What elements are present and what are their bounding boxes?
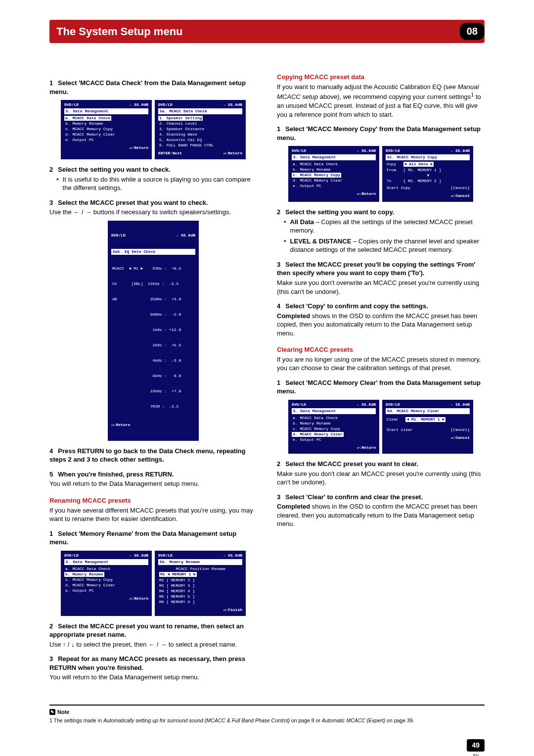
- chapter-badge: 08: [460, 23, 485, 40]
- clear-heading: Clearing MCACC presets: [277, 345, 485, 354]
- osd-data-mgmt: DVD/LD- 55.0dB 5. Data Management a. MCA…: [61, 100, 152, 159]
- osd-clear-a: DVD/LD- 55.0dB 5. Data Management a. MCA…: [288, 400, 379, 454]
- copy-step-2: 2Select the setting you want to copy.: [277, 208, 485, 217]
- step-1: 1Select 'MCACC Data Check' from the Data…: [49, 79, 257, 96]
- step-4: 4Press RETURN to go back to the Data Che…: [49, 447, 257, 464]
- note-icon: ✎: [49, 709, 55, 715]
- right-column: Copying MCACC preset data If you want to…: [277, 73, 485, 685]
- bullet: It is useful to do this while a source i…: [56, 175, 257, 192]
- body-text: Use ↑ / ↓ to select the preset, then ← /…: [49, 640, 257, 649]
- osd-copy-b: DVD/LD- 55.0dB 5c. MCACC Memory Copy Cop…: [382, 146, 473, 202]
- body-text: If you are no longer using one of the MC…: [277, 355, 485, 373]
- copy-heading: Copying MCACC preset data: [277, 73, 485, 82]
- osd-clear-b: DVD/LD- 55.0dB 5d. MCACC Memory Clear Cl…: [382, 400, 473, 454]
- osd-pair-copy: DVD/LD- 55.0dB 5. Data Management a. MCA…: [277, 146, 485, 202]
- step-5: 5When you're finished, press RETURN.: [49, 470, 257, 479]
- body-text: Completed shows in the OSD to confirm th…: [277, 502, 485, 528]
- copy-step-3: 3Select the MCACC preset you'll be copyi…: [277, 260, 485, 278]
- osd-pair-1: DVD/LD- 55.0dB 5. Data Management a. MCA…: [49, 100, 257, 159]
- osd-copy-a: DVD/LD- 55.0dB 5. Data Management a. MCA…: [288, 146, 379, 202]
- body-text: If you want to manually adjust the Acous…: [277, 83, 485, 119]
- footnote: 1 The settings made in Automatically set…: [49, 717, 485, 724]
- rename-step-1: 1Select 'Memory Rename' from the Data Ma…: [49, 529, 257, 547]
- bullet: LEVEL & DISTANCE – Copies only the chann…: [284, 237, 485, 254]
- page-title: The System Setup menu: [56, 24, 183, 39]
- step-2: 2Select the setting you want to check.: [49, 165, 257, 174]
- body-text: You will return to the Data Management s…: [49, 479, 257, 488]
- rename-step-2: 2Select the MCACC preset you want to ren…: [49, 622, 257, 639]
- clear-step-2: 2Select the MCACC preset you want to cle…: [277, 460, 485, 469]
- osd-rename-b: DVD/LD- 55.0dB 5b. Memory Rename MCACC P…: [155, 551, 246, 616]
- body-text: Use the ← / → buttons if necessary to sw…: [49, 208, 257, 217]
- divider: [49, 705, 485, 706]
- bullet: All Data – Copies all the settings of th…: [284, 218, 485, 235]
- body-text: Completed shows in the OSD to confirm th…: [277, 312, 485, 338]
- osd-pair-rename: DVD/LD- 55.0dB 5. Data Management a. MCA…: [49, 551, 257, 616]
- copy-step-4: 4Select 'Copy' to confirm and copy the s…: [277, 302, 485, 311]
- title-bar: The System Setup menu 08: [49, 20, 485, 43]
- rename-step-3: 3Repeat for as many MCACC presets as nec…: [49, 655, 257, 672]
- osd-data-check: DVD/LD- 55.0dB 5a. MCACC Data Check 1. S…: [155, 100, 246, 159]
- body-text: You will return to the Data Management s…: [49, 673, 257, 682]
- osd-eq-check: DVD/LD- 55.0dB 5a5. EQ Data Check MCACC …: [108, 221, 199, 441]
- copy-step-1: 1Select 'MCACC Memory Copy' from the Dat…: [277, 125, 485, 142]
- clear-step-3: 3Select 'Clear' to confirm and clear the…: [277, 493, 485, 502]
- lang-label: En: [473, 753, 479, 756]
- body-text: Make sure you don't overwrite an MCACC p…: [277, 279, 485, 296]
- note-label: ✎ Note: [49, 709, 69, 716]
- step-3: 3Select the MCACC preset that you want t…: [49, 198, 257, 207]
- body-text: If you have several different MCACC pres…: [49, 506, 257, 523]
- osd-rename-a: DVD/LD- 55.0dB 5. Data Management a. MCA…: [61, 551, 152, 616]
- osd-pair-clear: DVD/LD- 55.0dB 5. Data Management a. MCA…: [277, 400, 485, 454]
- body-text: Make sure you don't clear an MCACC prese…: [277, 470, 485, 487]
- clear-step-1: 1Select 'MCACC Memory Clear' from the Da…: [277, 378, 485, 396]
- page-number: 49: [467, 739, 485, 752]
- left-column: 1Select 'MCACC Data Check' from the Data…: [49, 73, 257, 685]
- rename-heading: Renaming MCACC presets: [49, 496, 257, 505]
